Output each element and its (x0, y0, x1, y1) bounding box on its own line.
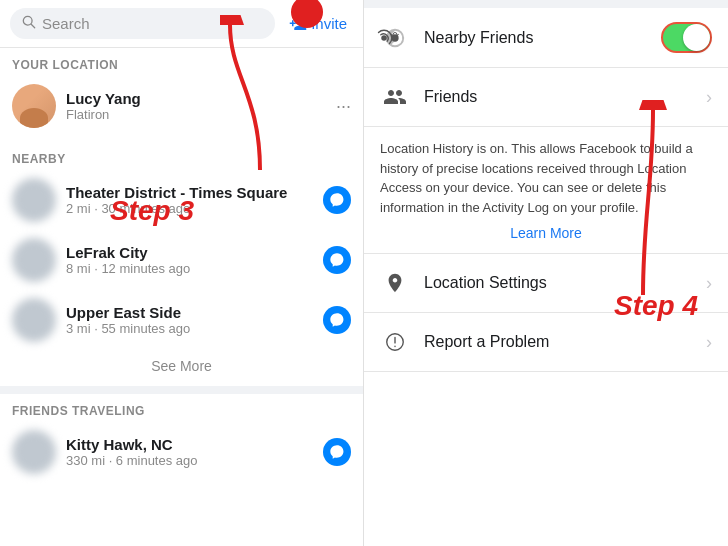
messenger-button[interactable] (323, 186, 351, 214)
nearby-friends-toggle[interactable] (661, 22, 712, 53)
nearby-item-info: Upper East Side 3 mi · 55 minutes ago (66, 304, 313, 336)
messenger-button[interactable] (323, 246, 351, 274)
see-more-button[interactable]: See More (0, 350, 363, 382)
section-divider (0, 386, 363, 394)
friends-icon (380, 82, 410, 112)
svg-line-1 (31, 24, 35, 28)
friends-traveling-label: FRIENDS TRAVELING (0, 394, 363, 422)
nearby-section: NEARBY Theater District - Times Square 2… (0, 142, 363, 386)
left-panel: Search Invite YOUR LOCATION Lucy Yang Fl… (0, 0, 364, 546)
friends-traveling-section: FRIENDS TRAVELING Kitty Hawk, NC 330 mi … (0, 394, 363, 486)
nearby-item-info: LeFrak City 8 mi · 12 minutes ago (66, 244, 313, 276)
nearby-distance: 8 mi · 12 minutes ago (66, 261, 313, 276)
user-info: Lucy Yang Flatiron (66, 90, 326, 122)
list-item[interactable]: Upper East Side 3 mi · 55 minutes ago (0, 290, 363, 350)
nearby-friends-icon (380, 23, 410, 53)
nearby-item-info: Kitty Hawk, NC 330 mi · 6 minutes ago (66, 436, 313, 468)
nearby-friends-label: Nearby Friends (424, 29, 647, 47)
avatar (12, 298, 56, 342)
nearby-friends-item[interactable]: Nearby Friends (364, 8, 728, 68)
your-location-section: YOUR LOCATION Lucy Yang Flatiron ··· (0, 48, 363, 142)
more-options-button[interactable]: ··· (336, 96, 351, 117)
top-bar-divider (364, 0, 728, 8)
avatar (12, 430, 56, 474)
avatar (12, 84, 56, 128)
list-item[interactable]: Kitty Hawk, NC 330 mi · 6 minutes ago (0, 422, 363, 482)
search-input-wrapper[interactable]: Search (10, 8, 275, 39)
user-name: Lucy Yang (66, 90, 326, 107)
user-location-sub: Flatiron (66, 107, 326, 122)
nearby-location-name: Theater District - Times Square (66, 184, 313, 201)
toggle-knob (683, 24, 710, 51)
chevron-right-icon: › (706, 87, 712, 108)
search-icon (22, 15, 36, 32)
nearby-location-name: LeFrak City (66, 244, 313, 261)
traveling-location-name: Kitty Hawk, NC (66, 436, 313, 453)
search-placeholder-text: Search (42, 15, 90, 32)
report-problem-item[interactable]: Report a Problem › (364, 313, 728, 372)
chevron-right-icon: › (706, 273, 712, 294)
report-problem-label: Report a Problem (424, 333, 692, 351)
messenger-button[interactable] (323, 438, 351, 466)
list-item[interactable]: Theater District - Times Square 2 mi · 3… (0, 170, 363, 230)
friends-item[interactable]: Friends › (364, 68, 728, 127)
avatar (12, 238, 56, 282)
nearby-distance: 2 mi · 30 minutes ago (66, 201, 313, 216)
location-settings-item[interactable]: Location Settings › (364, 254, 728, 313)
nearby-section-label: NEARBY (0, 142, 363, 170)
report-problem-icon (380, 327, 410, 357)
chevron-right-icon: › (706, 332, 712, 353)
info-text: Location History is on. This allows Face… (380, 139, 712, 217)
your-location-label: YOUR LOCATION (0, 48, 363, 76)
right-panel: Nearby Friends Friends › Location Histor… (364, 0, 728, 546)
list-item[interactable]: LeFrak City 8 mi · 12 minutes ago (0, 230, 363, 290)
svg-point-5 (381, 35, 387, 41)
nearby-location-name: Upper East Side (66, 304, 313, 321)
user-location-item: Lucy Yang Flatiron ··· (0, 76, 363, 136)
avatar (12, 178, 56, 222)
location-settings-icon (380, 268, 410, 298)
messenger-button[interactable] (323, 306, 351, 334)
info-box: Location History is on. This allows Face… (364, 127, 728, 254)
location-settings-label: Location Settings (424, 274, 692, 292)
traveling-distance: 330 mi · 6 minutes ago (66, 453, 313, 468)
learn-more-button[interactable]: Learn More (380, 217, 712, 245)
friends-label: Friends (424, 88, 692, 106)
nearby-distance: 3 mi · 55 minutes ago (66, 321, 313, 336)
nearby-item-info: Theater District - Times Square 2 mi · 3… (66, 184, 313, 216)
